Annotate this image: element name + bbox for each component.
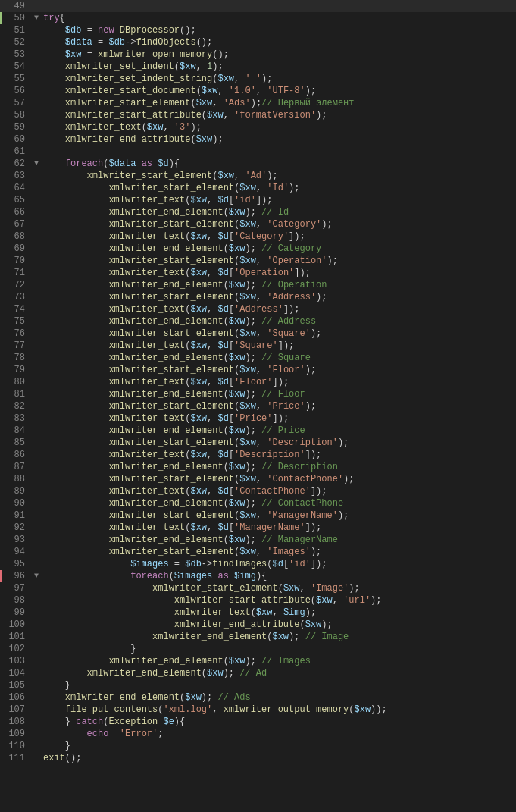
code-line: 98 xmlwriter_start_attribute($xw, 'url')… xyxy=(0,594,516,607)
code-line: 104 xmlwriter_end_element($xw); // Ad xyxy=(0,667,516,679)
code-line: 66 xmlwriter_end_element($xw); // Id xyxy=(0,206,516,218)
line-content: xmlwriter_end_element($xw); // Category xyxy=(42,243,516,255)
line-number: 62 xyxy=(2,158,31,170)
line-content: file_put_contents('xml.log', xmlwriter_o… xyxy=(42,704,516,716)
line-number: 63 xyxy=(2,170,31,182)
line-gutter xyxy=(31,522,42,534)
code-line: 63 xmlwriter_start_element($xw, 'Ad'); xyxy=(0,170,516,182)
line-gutter xyxy=(31,679,42,691)
line-gutter xyxy=(31,340,42,352)
code-line: 50▼try{ xyxy=(0,12,516,24)
code-line: 68 xmlwriter_text($xw, $d['Category']); xyxy=(0,230,516,243)
line-gutter xyxy=(31,97,42,109)
code-line: 70 xmlwriter_start_element($xw, 'Operati… xyxy=(0,255,516,267)
line-gutter xyxy=(31,558,42,570)
line-gutter xyxy=(31,85,42,97)
code-line: 55 xmlwriter_set_indent_string($xw, ' ')… xyxy=(0,73,516,85)
fold-icon[interactable]: ▼ xyxy=(34,570,39,582)
line-gutter xyxy=(31,243,42,255)
line-number: 77 xyxy=(2,340,31,352)
line-content: xmlwriter_text($xw, $d['ManagerName']); xyxy=(42,522,516,534)
code-line: 87 xmlwriter_end_element($xw); // Descri… xyxy=(0,461,516,473)
code-line: 73 xmlwriter_start_element($xw, 'Address… xyxy=(0,291,516,303)
line-gutter xyxy=(31,461,42,473)
line-number: 96 xyxy=(2,570,31,582)
line-gutter xyxy=(31,691,42,704)
line-content: xmlwriter_end_element($xw); // ManagerNa… xyxy=(42,534,516,546)
line-number: 57 xyxy=(2,97,31,109)
line-gutter xyxy=(31,0,42,12)
line-gutter xyxy=(31,218,42,230)
line-number: 76 xyxy=(2,328,31,340)
code-line: 95 $images = $db->findImages($d['id']); xyxy=(0,558,516,570)
line-content: xmlwriter_text($xw, $d['id']); xyxy=(42,194,516,206)
line-gutter xyxy=(31,643,42,655)
line-content: xmlwriter_set_indent($xw, 1); xyxy=(42,61,516,73)
line-content: xmlwriter_text($xw, $d['ContactPhone']); xyxy=(42,485,516,497)
line-gutter xyxy=(31,146,42,158)
line-gutter xyxy=(31,352,42,364)
line-gutter[interactable]: ▼ xyxy=(31,12,42,24)
code-line: 107 file_put_contents('xml.log', xmlwrit… xyxy=(0,704,516,716)
line-number: 68 xyxy=(2,230,31,243)
line-gutter xyxy=(31,716,42,728)
line-number: 55 xyxy=(2,73,31,85)
line-number: 86 xyxy=(2,449,31,461)
code-line: 91 xmlwriter_start_element($xw, 'Manager… xyxy=(0,509,516,522)
code-line: 105 } xyxy=(0,679,516,691)
line-content: xmlwriter_start_element($xw, 'Category')… xyxy=(42,218,516,230)
line-gutter xyxy=(31,497,42,509)
line-number: 94 xyxy=(2,546,31,558)
line-gutter xyxy=(31,546,42,558)
line-content: xmlwriter_end_element($xw); // Square xyxy=(42,352,516,364)
line-gutter[interactable]: ▼ xyxy=(31,158,42,170)
line-content: xmlwriter_start_element($xw, 'Images'); xyxy=(42,546,516,558)
line-number: 92 xyxy=(2,522,31,534)
line-gutter xyxy=(31,36,42,49)
line-content: $db = new DBprocessor(); xyxy=(42,24,516,36)
fold-icon[interactable]: ▼ xyxy=(34,12,39,24)
line-gutter xyxy=(31,509,42,522)
line-content: $xw = xmlwriter_open_memory(); xyxy=(42,49,516,61)
line-number: 103 xyxy=(2,655,31,667)
line-number: 91 xyxy=(2,509,31,522)
line-number: 85 xyxy=(2,437,31,449)
line-gutter xyxy=(31,400,42,412)
code-line: 100 xmlwriter_end_attribute($xw); xyxy=(0,619,516,631)
line-content: xmlwriter_text($xw, $d['Category']); xyxy=(42,230,516,243)
code-line: 61 xyxy=(0,146,516,158)
fold-icon[interactable]: ▼ xyxy=(34,158,39,170)
code-line: 71 xmlwriter_text($xw, $d['Operation']); xyxy=(0,267,516,279)
line-number: 54 xyxy=(2,61,31,73)
line-gutter[interactable]: ▼ xyxy=(31,570,42,582)
line-content: xmlwriter_end_element($xw); // Ads xyxy=(42,691,516,704)
code-line: 96▼ foreach($images as $img){ xyxy=(0,570,516,582)
line-gutter xyxy=(31,425,42,437)
line-content: } xyxy=(42,679,516,691)
line-content: xmlwriter_text($xw, $d['Price']); xyxy=(42,412,516,425)
line-number: 82 xyxy=(2,400,31,412)
line-content: xmlwriter_start_attribute($xw, 'url'); xyxy=(42,594,516,607)
code-line: 103 xmlwriter_end_element($xw); // Image… xyxy=(0,655,516,667)
line-number: 93 xyxy=(2,534,31,546)
line-content: xmlwriter_end_element($xw); // Price xyxy=(42,425,516,437)
code-line: 97 xmlwriter_start_element($xw, 'Image')… xyxy=(0,582,516,594)
line-number: 78 xyxy=(2,352,31,364)
code-line: 60 xmlwriter_end_attribute($xw); xyxy=(0,133,516,146)
line-number: 69 xyxy=(2,243,31,255)
line-gutter xyxy=(31,704,42,716)
line-content xyxy=(42,146,516,158)
code-line: 94 xmlwriter_start_element($xw, 'Images'… xyxy=(0,546,516,558)
code-line: 99 xmlwriter_text($xw, $img); xyxy=(0,607,516,619)
code-line: 77 xmlwriter_text($xw, $d['Square']); xyxy=(0,340,516,352)
line-content: xmlwriter_start_element($xw, 'Ad'); xyxy=(42,170,516,182)
line-number: 87 xyxy=(2,461,31,473)
code-line: 110 } xyxy=(0,740,516,752)
line-content: xmlwriter_end_attribute($xw); xyxy=(42,133,516,146)
line-number: 58 xyxy=(2,109,31,121)
line-gutter xyxy=(31,182,42,194)
line-number: 110 xyxy=(2,740,31,752)
code-line: 57 xmlwriter_start_element($xw, 'Ads');/… xyxy=(0,97,516,109)
line-number: 66 xyxy=(2,206,31,218)
line-content: xmlwriter_set_indent_string($xw, ' '); xyxy=(42,73,516,85)
